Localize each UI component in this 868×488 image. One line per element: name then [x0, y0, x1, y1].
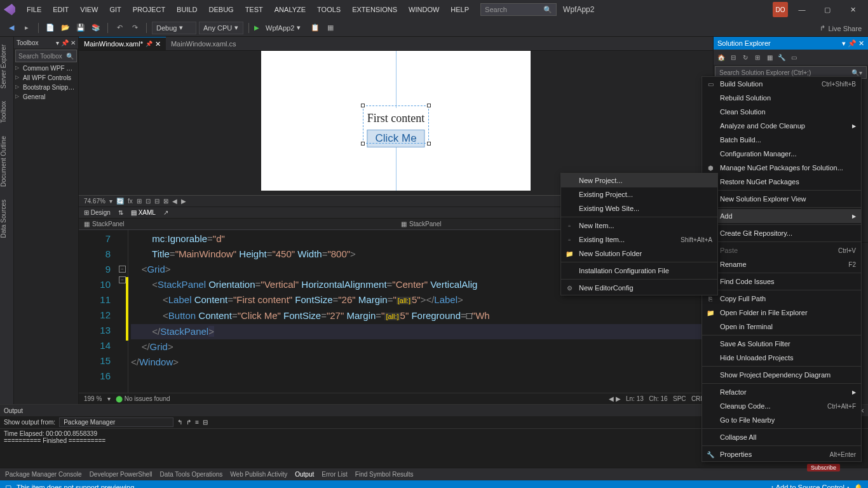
menu-item[interactable]: Collapse All	[702, 430, 861, 444]
menu-edit[interactable]: EDIT	[48, 3, 74, 16]
menu-window[interactable]: WINDOW	[403, 3, 444, 16]
toolbox-search-input[interactable]: Search Toolbox🔍	[15, 50, 77, 62]
platform-dropdown[interactable]: Any CPU▾	[199, 22, 243, 34]
maximize-button[interactable]: ▢	[816, 1, 839, 18]
clear-icon[interactable]: ≡	[195, 419, 199, 426]
menu-item[interactable]: Installation Configuration File	[561, 264, 717, 278]
popout-button[interactable]: ↗	[163, 209, 168, 216]
menu-item[interactable]: Find Code Issues	[702, 274, 861, 288]
menu-test[interactable]: TEST	[240, 3, 268, 16]
menu-item[interactable]: Batch Build...	[702, 133, 861, 147]
bottom-tab[interactable]: Package Manager Console	[5, 471, 82, 478]
back-button[interactable]: ◀	[5, 22, 18, 34]
pin-icon[interactable]: 📌	[146, 41, 153, 47]
menu-item[interactable]: ▭Build SolutionCtrl+Shift+B	[702, 77, 861, 91]
filter-icon[interactable]: ⊞	[752, 52, 763, 62]
next-icon[interactable]: ↱	[186, 419, 191, 426]
doc-tab[interactable]: MainWindow.xaml.cs	[166, 37, 241, 50]
menu-analyze[interactable]: ANALYZE	[269, 3, 311, 16]
bottom-tab[interactable]: Output	[295, 471, 314, 478]
menu-view[interactable]: VIEW	[75, 3, 103, 16]
showall-icon[interactable]: ▦	[764, 52, 775, 62]
code-zoom[interactable]: 199 %	[84, 395, 102, 402]
menu-file[interactable]: FILE	[22, 3, 46, 16]
menu-git[interactable]: GIT	[104, 3, 126, 16]
bottom-tab[interactable]: Error List	[322, 471, 348, 478]
bottom-tab[interactable]: Developer PowerShell	[90, 471, 153, 478]
side-tab[interactable]: Server Explorer	[0, 42, 13, 91]
menu-item[interactable]: Clean Solution	[702, 105, 861, 119]
menu-item[interactable]: New Project...	[561, 173, 717, 187]
menu-item[interactable]: Refactor▶	[702, 385, 861, 399]
open-button[interactable]: 📂	[59, 22, 72, 34]
pin-icon[interactable]: 📌	[848, 39, 857, 47]
user-avatar[interactable]: DO	[773, 2, 788, 17]
source-control-button[interactable]: ↑ Add to Source Control ▴	[771, 484, 850, 489]
menu-help[interactable]: HELP	[445, 3, 474, 16]
design-button[interactable]: Click Me	[367, 130, 424, 147]
close-icon[interactable]: ✕	[155, 40, 161, 48]
menu-item[interactable]: Configuration Manager...	[702, 147, 861, 161]
pin-icon[interactable]: ▾ 📌	[56, 39, 69, 46]
config-dropdown[interactable]: Debug▾	[152, 22, 196, 34]
menu-extensions[interactable]: EXTENSIONS	[347, 3, 402, 16]
forward-button[interactable]: ▸	[20, 22, 33, 34]
liveshare-button[interactable]: ↱ Live Share	[820, 24, 862, 32]
menu-project[interactable]: PROJECT	[128, 3, 170, 16]
side-tab[interactable]: Data Sources	[0, 197, 13, 241]
quicksearch-input[interactable]: Search🔍	[480, 3, 557, 16]
menu-item[interactable]: Hide Unloaded Projects	[702, 351, 861, 365]
side-tab[interactable]: Document Outline	[0, 133, 13, 189]
bottom-tab[interactable]: Find Symbol Results	[355, 471, 414, 478]
sync-icon[interactable]: ↻	[740, 52, 750, 62]
redo-button[interactable]: ↷	[128, 22, 141, 34]
home-icon[interactable]: 🏠	[716, 52, 726, 62]
step2-button[interactable]: ▦	[324, 22, 337, 34]
prev-icon[interactable]: ↰	[177, 419, 182, 426]
step-button[interactable]: 📋	[309, 22, 322, 34]
close-button[interactable]: ✕	[841, 1, 864, 18]
design-tab[interactable]: ⊞ Design	[84, 209, 111, 216]
menu-item[interactable]: ⚙New EditorConfig	[561, 281, 717, 295]
close-icon[interactable]: ✕	[71, 39, 76, 46]
menu-item[interactable]: Save As Solution Filter	[702, 337, 861, 351]
menu-item[interactable]: RenameF2	[702, 257, 861, 271]
menu-item[interactable]: ⬢Manage NuGet Packages for Solution...	[702, 161, 861, 175]
new-button[interactable]: 📄	[44, 22, 57, 34]
doc-tab[interactable]: MainWindow.xaml* 📌 ✕	[79, 37, 166, 50]
menu-item[interactable]: Analyze and Code Cleanup▶	[702, 119, 861, 133]
menu-item[interactable]: 📁New Solution Folder	[561, 247, 717, 261]
menu-tools[interactable]: TOOLS	[312, 3, 346, 16]
menu-debug[interactable]: DEBUG	[204, 3, 239, 16]
menu-item[interactable]: Cleanup Code...Ctrl+Alt+F	[702, 399, 861, 413]
breadcrumb-left[interactable]: ▦ StackPanel	[79, 219, 396, 229]
menu-item[interactable]: 🔧PropertiesAlt+Enter	[702, 447, 861, 461]
bottom-tab[interactable]: Web Publish Activity	[230, 471, 287, 478]
swap-button[interactable]: ⇅	[118, 209, 123, 216]
menu-build[interactable]: BUILD	[172, 3, 202, 16]
menu-item[interactable]: ◆Create Git Repository...	[702, 226, 861, 240]
minimize-button[interactable]: —	[790, 1, 813, 18]
toolbox-group[interactable]: General	[14, 92, 78, 102]
menu-item[interactable]: Restore NuGet Packages	[702, 175, 861, 189]
start-dropdown[interactable]: WpfApp2▾	[262, 22, 306, 34]
saveall-button[interactable]: 📚	[90, 22, 102, 34]
design-label[interactable]: First content	[367, 112, 425, 125]
menu-item[interactable]: Existing Web Site...	[561, 201, 717, 215]
menu-item[interactable]: 📋PasteCtrl+V	[702, 243, 861, 257]
close-icon[interactable]: ✕	[858, 39, 864, 47]
menu-item[interactable]: Go to File Nearby	[702, 413, 861, 427]
save-button[interactable]: 💾	[74, 22, 87, 34]
toolbox-group[interactable]: All WPF Controls	[14, 73, 78, 83]
wrap-icon[interactable]: ⊟	[203, 419, 208, 426]
output-source-dropdown[interactable]: Package Manager	[59, 417, 173, 427]
preview-icon[interactable]: ▭	[789, 52, 799, 62]
menu-item[interactable]: Rebuild Solution	[702, 91, 861, 105]
menu-item[interactable]: 📁Open Folder in File Explorer	[702, 306, 861, 320]
props-icon[interactable]: 🔧	[776, 52, 787, 62]
zoom-level[interactable]: 74.67%	[84, 198, 105, 205]
side-tab[interactable]: Toolbox	[0, 98, 13, 125]
notifications-icon[interactable]: 🔔	[854, 484, 863, 489]
menu-item[interactable]: Existing Project...	[561, 187, 717, 201]
design-canvas[interactable]: First content Click Me	[261, 51, 531, 191]
